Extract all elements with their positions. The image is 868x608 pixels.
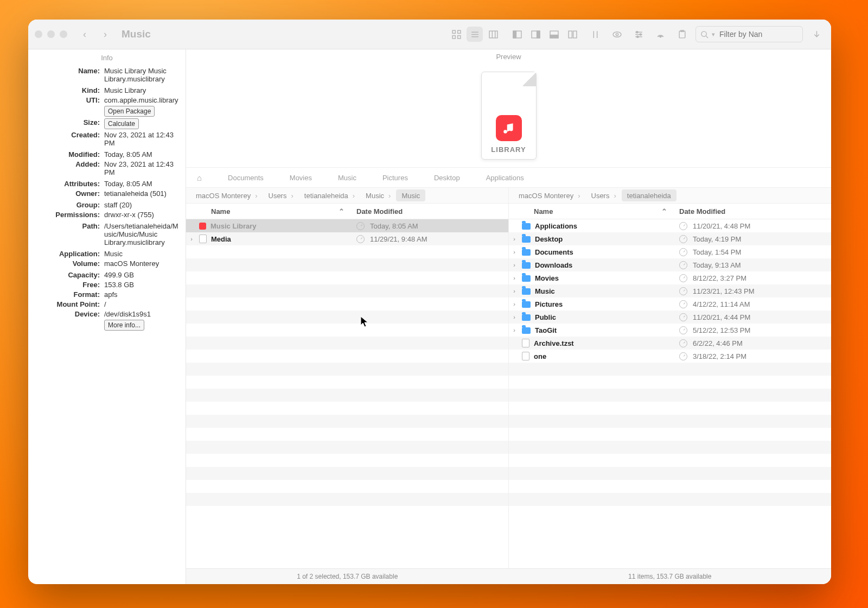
music-app-icon	[496, 115, 522, 141]
panel-right-icon[interactable]	[527, 27, 544, 42]
empty-row	[509, 467, 831, 480]
status-left: 1 of 2 selected, 153.7 GB available	[186, 569, 509, 584]
info-value: /Users/tetianaleheida/Music/Music/Music …	[104, 222, 179, 246]
quicklook-icon[interactable]	[609, 27, 625, 42]
breadcrumb-item[interactable]: Music	[360, 189, 396, 201]
breadcrumb-item[interactable]: tetianaleheida	[299, 189, 360, 201]
airdrop-icon[interactable]	[652, 27, 668, 42]
empty-row	[509, 454, 831, 467]
svg-rect-7	[489, 31, 497, 38]
breadcrumb-item[interactable]: tetianaleheida	[622, 189, 676, 201]
empty-row	[186, 415, 508, 428]
table-row[interactable]: Applications11/20/21, 4:48 PM	[509, 219, 831, 232]
table-row[interactable]: ›DocumentsToday, 1:54 PM	[509, 245, 831, 258]
breadcrumb-item[interactable]: macOS Monterey	[190, 189, 263, 201]
panel-left-icon[interactable]	[509, 27, 525, 42]
info-key: Application:	[35, 250, 104, 258]
disclosure-icon[interactable]: ›	[509, 249, 520, 255]
search-icon	[700, 30, 709, 39]
clock-icon	[679, 352, 687, 360]
status-bar: 1 of 2 selected, 153.7 GB available 11 i…	[186, 568, 831, 584]
file-icon	[522, 352, 529, 360]
search-field[interactable]: ▾	[695, 26, 803, 42]
panel-bottom-icon[interactable]	[546, 27, 562, 42]
cell-name: Music	[520, 287, 677, 295]
dual-pane-icon[interactable]	[564, 27, 580, 42]
info-value: Today, 8:05 AM	[104, 180, 179, 188]
sort-asc-icon: ⌃	[661, 207, 667, 216]
clock-icon	[679, 235, 687, 243]
table-row[interactable]: ›Public11/20/21, 4:44 PM	[509, 311, 831, 324]
file-list-right[interactable]: Applications11/20/21, 4:48 PM›DesktopTod…	[509, 219, 831, 568]
forward-button[interactable]: ›	[98, 27, 113, 42]
disclosure-icon[interactable]: ›	[509, 236, 520, 242]
svg-rect-29	[679, 31, 685, 38]
clipboard-icon[interactable]	[674, 27, 690, 42]
favorite-item[interactable]: Desktop	[434, 174, 460, 182]
favorite-item[interactable]: Pictures	[382, 174, 408, 182]
home-icon[interactable]: ⌂	[197, 173, 202, 182]
info-value: apfs	[104, 290, 179, 299]
col-date-right[interactable]: Date Modified	[673, 207, 831, 216]
icon-view-icon[interactable]	[448, 27, 464, 42]
info-key: Permissions:	[35, 211, 104, 219]
zoom-dot[interactable]	[60, 30, 67, 38]
favorite-item[interactable]: Documents	[228, 174, 264, 182]
breadcrumb-item[interactable]: Users	[586, 189, 622, 201]
breadcrumb-item[interactable]: macOS Monterey	[513, 189, 586, 201]
breadcrumb-item[interactable]: Users	[263, 189, 299, 201]
settings-icon[interactable]	[630, 27, 647, 42]
svg-point-28	[660, 36, 661, 37]
column-view-icon[interactable]	[485, 27, 501, 42]
back-button[interactable]: ‹	[77, 27, 92, 42]
info-button[interactable]: Calculate	[104, 118, 139, 129]
favorite-item[interactable]: Applications	[486, 174, 524, 182]
search-input[interactable]	[718, 29, 786, 39]
svg-point-21	[616, 33, 618, 35]
info-button[interactable]: More info...	[104, 320, 144, 331]
table-row[interactable]: ›DesktopToday, 4:19 PM	[509, 232, 831, 245]
table-row[interactable]: ›Music11/23/21, 12:43 PM	[509, 284, 831, 297]
file-list-left[interactable]: Music LibraryToday, 8:05 AM›Media11/29/2…	[186, 219, 508, 568]
empty-row	[186, 428, 508, 441]
disclosure-icon[interactable]: ›	[509, 262, 520, 268]
list-view-icon[interactable]	[467, 27, 483, 42]
favorite-item[interactable]: Movies	[290, 174, 312, 182]
table-row[interactable]: one3/18/22, 2:14 PM	[509, 350, 831, 363]
status-right: 11 items, 153.7 GB available	[509, 569, 832, 584]
table-row[interactable]: Music LibraryToday, 8:05 AM	[186, 219, 508, 232]
cell-date: 11/20/21, 4:48 PM	[677, 222, 831, 230]
table-row[interactable]: ›DownloadsToday, 9:13 AM	[509, 258, 831, 271]
disclosure-icon[interactable]: ›	[509, 301, 520, 307]
table-row[interactable]: ›TaoGit5/12/22, 12:53 PM	[509, 324, 831, 337]
empty-row	[186, 493, 508, 506]
disclosure-icon[interactable]: ›	[186, 236, 197, 242]
info-row: Volume:macOS Monterey	[35, 259, 179, 268]
sync-icon[interactable]	[587, 27, 603, 42]
col-name-left[interactable]: Name⌃	[186, 207, 350, 216]
disclosure-icon[interactable]: ›	[509, 275, 520, 281]
cell-date: 4/12/22, 11:14 AM	[677, 300, 831, 308]
table-row[interactable]: ›Media11/29/21, 9:48 AM	[186, 232, 508, 245]
col-name-right[interactable]: Name⌃	[509, 207, 673, 216]
favorite-item[interactable]: Music	[338, 174, 356, 182]
download-icon[interactable]	[808, 27, 825, 42]
table-row[interactable]: ›Pictures4/12/22, 11:14 AM	[509, 297, 831, 311]
info-row: Created:Nov 23, 2021 at 12:43 PM	[35, 131, 179, 147]
disclosure-icon[interactable]: ›	[509, 314, 520, 320]
col-date-left[interactable]: Date Modified	[350, 207, 508, 216]
empty-row	[509, 493, 831, 506]
disclosure-icon[interactable]: ›	[509, 327, 520, 333]
close-dot[interactable]	[35, 30, 42, 38]
info-row: Free:153.8 GB	[35, 281, 179, 289]
cell-name: Movies	[520, 274, 677, 282]
info-button[interactable]: Open Package	[104, 106, 155, 117]
table-row[interactable]: Archive.tzst6/2/22, 4:46 PM	[509, 337, 831, 350]
info-row: Kind:Music Library	[35, 86, 179, 94]
minimize-dot[interactable]	[47, 30, 55, 38]
table-row[interactable]: ›Movies8/12/22, 3:27 PM	[509, 271, 831, 284]
disclosure-icon[interactable]: ›	[509, 288, 520, 294]
breadcrumb-item[interactable]: Music	[396, 189, 425, 201]
info-row: Added:Nov 23, 2021 at 12:43 PM	[35, 160, 179, 176]
info-key: Kind:	[35, 86, 104, 94]
